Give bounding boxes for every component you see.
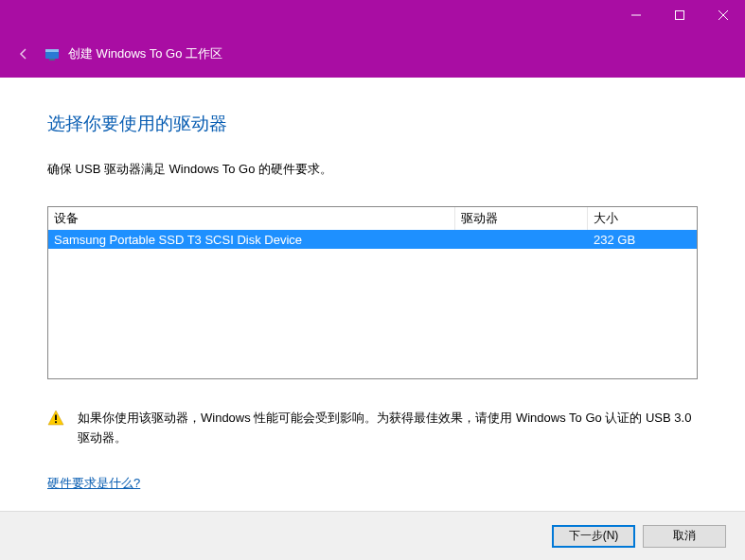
minimize-button[interactable]	[614, 0, 658, 30]
cancel-button[interactable]: 取消	[643, 525, 726, 548]
cell-size: 232 GB	[588, 230, 697, 249]
cell-drive	[455, 230, 588, 249]
warning-icon	[47, 410, 64, 427]
grid-header: 设备 驱动器 大小	[48, 207, 697, 230]
svg-rect-7	[55, 415, 57, 421]
wizard-header: 创建 Windows To Go 工作区	[0, 30, 745, 78]
instruction-text: 确保 USB 驱动器满足 Windows To Go 的硬件要求。	[47, 161, 698, 178]
wizard-title: 创建 Windows To Go 工作区	[68, 45, 222, 62]
svg-rect-6	[49, 59, 55, 61]
back-button[interactable]	[13, 44, 34, 64]
next-button[interactable]: 下一步(N)	[552, 525, 635, 548]
maximize-button[interactable]	[658, 0, 701, 30]
drive-list[interactable]: 设备 驱动器 大小 Samsung Portable SSD T3 SCSI D…	[47, 206, 698, 379]
warning-text: 如果你使用该驱动器，Windows 性能可能会受到影响。为获得最佳效果，请使用 …	[78, 408, 698, 448]
wizard-icon	[44, 45, 61, 62]
close-button[interactable]	[701, 0, 745, 30]
content-area: 选择你要使用的驱动器 确保 USB 驱动器满足 Windows To Go 的硬…	[0, 78, 745, 492]
column-header-drive[interactable]: 驱动器	[455, 207, 588, 230]
svg-rect-5	[45, 49, 59, 52]
page-title: 选择你要使用的驱动器	[47, 112, 698, 136]
titlebar	[0, 0, 745, 30]
hardware-requirements-link[interactable]: 硬件要求是什么?	[47, 475, 140, 492]
cell-device: Samsung Portable SSD T3 SCSI Disk Device	[48, 230, 455, 249]
column-header-size[interactable]: 大小	[588, 207, 697, 230]
svg-rect-1	[676, 11, 684, 20]
column-header-device[interactable]: 设备	[48, 207, 455, 230]
warning-block: 如果你使用该驱动器，Windows 性能可能会受到影响。为获得最佳效果，请使用 …	[47, 408, 698, 448]
drive-row[interactable]: Samsung Portable SSD T3 SCSI Disk Device…	[48, 230, 697, 249]
svg-rect-8	[55, 421, 57, 423]
footer: 下一步(N) 取消	[0, 511, 745, 560]
